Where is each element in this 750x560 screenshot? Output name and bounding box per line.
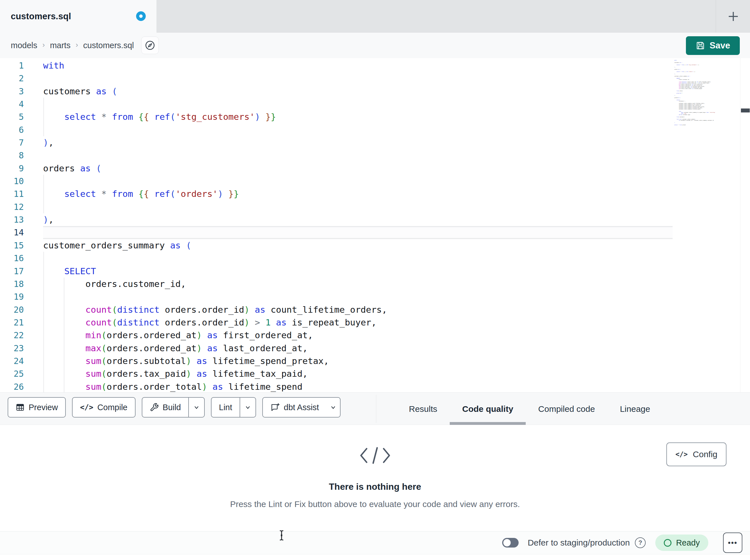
- line-number[interactable]: 4: [0, 98, 24, 110]
- code-line[interactable]: 12: [0, 201, 674, 213]
- code-line[interactable]: 11 select * from {{ ref('orders') }}: [0, 188, 674, 200]
- line-number[interactable]: 22: [0, 329, 24, 341]
- explore-lineage-button[interactable]: [141, 37, 159, 54]
- code-line[interactable]: 23 max(orders.ordered_at) as last_ordere…: [0, 342, 674, 355]
- code-line[interactable]: 4: [0, 98, 674, 110]
- config-button[interactable]: </> Config: [666, 442, 727, 466]
- tab-compiled-code[interactable]: Compiled code: [526, 393, 607, 425]
- overflow-menu-button[interactable]: •••: [723, 533, 742, 553]
- code-text: [24, 290, 674, 303]
- breadcrumb-customers-sql[interactable]: customers.sql: [83, 41, 134, 50]
- code-text: [24, 72, 674, 85]
- line-number[interactable]: 15: [0, 239, 24, 252]
- code-token: ): [43, 138, 48, 148]
- code-line[interactable]: 8: [0, 149, 674, 162]
- line-number[interactable]: 21: [0, 316, 24, 329]
- preview-button[interactable]: Preview: [8, 397, 66, 417]
- save-button[interactable]: Save: [686, 36, 740, 55]
- code-line[interactable]: 18 orders.customer_id,: [0, 277, 674, 290]
- code-line[interactable]: 13),: [0, 213, 674, 226]
- line-number[interactable]: 25: [0, 367, 24, 380]
- line-number[interactable]: 16: [0, 252, 24, 265]
- code-line[interactable]: 25 sum(orders.tax_paid) as lifetime_tax_…: [0, 367, 674, 380]
- code-token: sum: [85, 381, 101, 392]
- code-text: count(distinct orders.order_id) > 1 as i…: [24, 316, 674, 329]
- tab-code-quality[interactable]: Code quality: [450, 393, 526, 425]
- code-line[interactable]: 7),: [0, 136, 674, 149]
- line-number[interactable]: 17: [0, 265, 24, 277]
- help-icon[interactable]: ?: [635, 537, 646, 548]
- line-number[interactable]: 10: [0, 175, 24, 188]
- code-line[interactable]: 19: [0, 290, 674, 303]
- defer-toggle[interactable]: [502, 538, 519, 547]
- code-line[interactable]: 20 count(distinct orders.order_id) as co…: [0, 303, 674, 316]
- build-main[interactable]: Build: [142, 398, 189, 417]
- preview-label: Preview: [28, 403, 58, 412]
- code-token: [96, 189, 101, 199]
- code-line[interactable]: 24 sum(orders.subtotal) as lifetime_spen…: [0, 355, 674, 367]
- code-token: as: [80, 163, 91, 173]
- code-token: max: [85, 343, 101, 353]
- line-number[interactable]: 26: [0, 380, 24, 392]
- line-number[interactable]: 14: [0, 226, 24, 239]
- line-number[interactable]: 2: [0, 72, 24, 85]
- compile-button[interactable]: </> Compile: [72, 397, 135, 417]
- code-editor[interactable]: 1with23customers as (45 select * from {{…: [0, 58, 750, 392]
- code-line[interactable]: 21 count(distinct orders.order_id) > 1 a…: [0, 316, 674, 329]
- line-number[interactable]: 3: [0, 85, 24, 98]
- code-token: from: [682, 64, 684, 65]
- line-number[interactable]: 18: [0, 277, 24, 290]
- code-token: as: [207, 330, 218, 340]
- tab-results-label: Results: [409, 404, 437, 414]
- code-line[interactable]: 17 SELECT: [0, 265, 674, 277]
- code-line[interactable]: 22 min(orders.ordered_at) as first_order…: [0, 329, 674, 341]
- minimap-line: select * from joined: [674, 124, 739, 125]
- code-token: customers.customer_id: [680, 120, 693, 121]
- lint-dropdown-toggle[interactable]: [240, 398, 256, 417]
- lint-main[interactable]: Lint: [212, 398, 240, 417]
- line-number[interactable]: 5: [0, 110, 24, 123]
- breadcrumb-models[interactable]: models: [11, 41, 37, 50]
- line-number[interactable]: 20: [0, 303, 24, 316]
- code-area: 1with23customers as (45 select * from {{…: [0, 59, 674, 392]
- line-number[interactable]: 19: [0, 290, 24, 303]
- code-line[interactable]: 6: [0, 124, 674, 136]
- line-number[interactable]: 8: [0, 149, 24, 162]
- code-line[interactable]: 1with: [0, 59, 674, 72]
- tab-lineage[interactable]: Lineage: [607, 393, 663, 425]
- code-line[interactable]: 5 select * from {{ ref('stg_customers') …: [0, 110, 674, 123]
- panel-tabs: Results Code quality Compiled code Linea…: [396, 393, 663, 425]
- code-line[interactable]: 2: [0, 72, 674, 85]
- code-line[interactable]: 14: [0, 226, 674, 239]
- line-number[interactable]: 7: [0, 136, 24, 149]
- code-line[interactable]: 3customers as (: [0, 85, 674, 98]
- empty-state-subtitle: Press the Lint or Fix button above to ev…: [230, 499, 520, 509]
- editor-minimap[interactable]: withcustomers as ( select * from {{ ref(…: [674, 60, 739, 391]
- tab-customers-sql[interactable]: customers.sql: [0, 0, 157, 33]
- build-button[interactable]: Build: [142, 397, 205, 417]
- line-number[interactable]: 12: [0, 201, 24, 213]
- lint-button[interactable]: Lint: [211, 397, 256, 417]
- new-tab-button[interactable]: [722, 5, 745, 28]
- line-number[interactable]: 1: [0, 59, 24, 72]
- code-token: [181, 240, 186, 250]
- code-line[interactable]: 10: [0, 175, 674, 188]
- code-line[interactable]: 26 sum(orders.order_total) as lifetime_s…: [0, 380, 674, 392]
- save-button-label: Save: [710, 41, 730, 51]
- code-line[interactable]: 9orders as (: [0, 162, 674, 175]
- line-number[interactable]: 23: [0, 342, 24, 355]
- line-number[interactable]: 24: [0, 355, 24, 367]
- code-line[interactable]: 15customer_orders_summary as (: [0, 239, 674, 252]
- line-number[interactable]: 6: [0, 124, 24, 136]
- editor-scrollbar[interactable]: [740, 58, 750, 392]
- code-line[interactable]: 16: [0, 252, 674, 265]
- line-number[interactable]: 11: [0, 188, 24, 200]
- dbt-assist-dropdown-toggle[interactable]: [327, 398, 340, 417]
- breadcrumb-marts[interactable]: marts: [50, 41, 71, 50]
- scrollbar-thumb[interactable]: [741, 108, 750, 112]
- dbt-assist-button[interactable]: dbt Assist: [262, 397, 340, 417]
- build-dropdown-toggle[interactable]: [188, 398, 204, 417]
- line-number[interactable]: 13: [0, 213, 24, 226]
- line-number[interactable]: 9: [0, 162, 24, 175]
- tab-results[interactable]: Results: [396, 393, 450, 425]
